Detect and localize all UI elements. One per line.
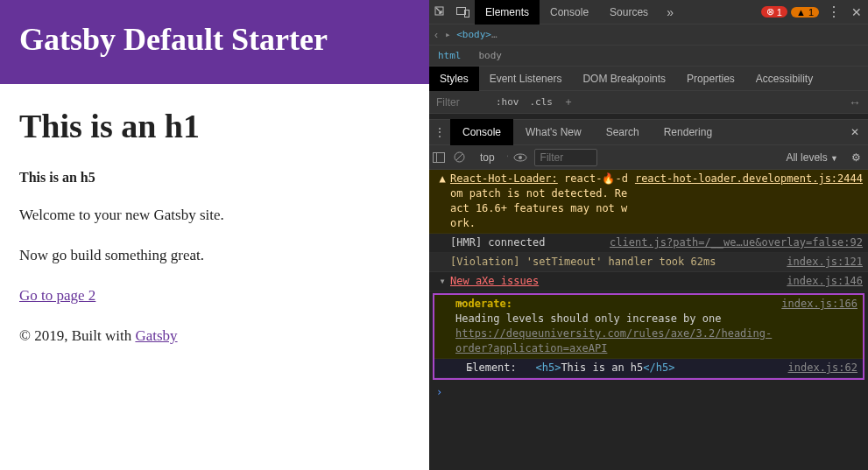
devtools-pane: Elements Console Sources » ⊗1 ▲1 ⋮ ✕ ‹ ▸… bbox=[429, 0, 868, 470]
drawer-tab-whats-new[interactable]: What's New bbox=[513, 119, 594, 145]
error-dot-icon: ⊗ bbox=[766, 6, 774, 18]
live-expression-icon[interactable] bbox=[513, 153, 531, 162]
drawer-tab-console[interactable]: Console bbox=[450, 119, 513, 145]
page-h1: This is an h1 bbox=[19, 107, 410, 145]
issue-description: Heading levels should only increase by o… bbox=[455, 312, 721, 325]
styles-subtabs: Styles Event Listeners DOM Breakpoints P… bbox=[429, 67, 868, 91]
source-link[interactable]: index.js:121 bbox=[787, 255, 863, 270]
console-prompt[interactable]: › bbox=[429, 383, 868, 402]
element-open-tag: <h5> bbox=[535, 361, 561, 374]
footer-link-gatsby[interactable]: Gatsby bbox=[135, 327, 177, 344]
axe-issue-group: ▾ moderate: Heading levels should only i… bbox=[433, 293, 864, 380]
element-close-tag: </h5> bbox=[643, 361, 674, 374]
page-footer: © 2019, Built with Gatsby bbox=[19, 327, 410, 345]
chevron-left-icon[interactable]: ‹ bbox=[434, 29, 438, 41]
source-link[interactable]: react-hot-loader.development.js:2444 bbox=[635, 172, 863, 186]
page-link-page2[interactable]: Go to page 2 bbox=[19, 287, 95, 304]
drawer-tabs: ⋮ Console What's New Search Rendering ✕ bbox=[429, 119, 868, 145]
device-toggle-icon[interactable] bbox=[454, 3, 473, 22]
element-inner-text: This is an h5 bbox=[561, 361, 643, 374]
console-row-violation[interactable]: [Violation] 'setTimeout' handler took 62… bbox=[429, 253, 868, 272]
elements-breadcrumb: ‹ ▸ <body>… bbox=[429, 25, 868, 46]
page-para-2: Now go build something great. bbox=[19, 247, 410, 264]
console-row-warning[interactable]: ▲ React-Hot-Loader: react-🔥-dom patch is… bbox=[429, 170, 868, 234]
console-row-axe-header[interactable]: ▾ New aXe issues index.js:146 bbox=[429, 272, 868, 291]
console-row-element[interactable]: ▸ Element: <h5>This is an h5</h5> index.… bbox=[434, 359, 863, 378]
page-h5: This is an h5 bbox=[19, 170, 410, 186]
console-sidebar-toggle-icon[interactable] bbox=[433, 152, 450, 163]
error-count-badge[interactable]: ⊗1 bbox=[761, 6, 787, 18]
site-title: Gatsby Default Starter bbox=[19, 21, 410, 58]
footer-text: © 2019, Built with bbox=[19, 327, 135, 344]
tab-sources[interactable]: Sources bbox=[599, 0, 659, 25]
warn-prefix: React-Hot-Loader: bbox=[450, 172, 558, 185]
clear-console-icon[interactable] bbox=[454, 151, 471, 163]
elements-path: html body bbox=[429, 46, 868, 67]
log-levels-selector[interactable]: All levels ▼ bbox=[786, 151, 838, 164]
subtab-accessibility[interactable]: Accessibility bbox=[745, 67, 823, 91]
warning-count-badge[interactable]: ▲1 bbox=[791, 7, 819, 18]
console-toolbar: top ▼ All levels ▼ ⚙ bbox=[429, 145, 868, 170]
path-html[interactable]: html bbox=[429, 47, 470, 65]
elements-collapsed-node[interactable]: ▸ <body>… bbox=[445, 29, 498, 40]
subtab-dom-breakpoints[interactable]: DOM Breakpoints bbox=[572, 67, 676, 91]
kebab-menu-icon[interactable]: ⋮ bbox=[824, 3, 843, 22]
violation-text: [Violation] 'setTimeout' handler took 62… bbox=[450, 255, 780, 270]
page-para-1: Welcome to your new Gatsby site. bbox=[19, 207, 410, 224]
drawer-menu-icon[interactable]: ⋮ bbox=[429, 126, 450, 138]
warning-count: 1 bbox=[808, 7, 814, 18]
source-link[interactable]: index.js:166 bbox=[781, 297, 857, 312]
path-body[interactable]: body bbox=[470, 47, 512, 65]
source-link[interactable]: index.js:62 bbox=[788, 361, 857, 375]
cls-toggle[interactable]: .cls bbox=[525, 96, 559, 108]
rendered-page: Gatsby Default Starter This is an h1 Thi… bbox=[0, 0, 429, 470]
subtab-event-listeners[interactable]: Event Listeners bbox=[479, 67, 573, 91]
styles-sidebar-toggle-icon[interactable]: ↔ bbox=[849, 95, 868, 109]
log-text: [HMR] connected bbox=[450, 235, 603, 250]
tab-elements[interactable]: Elements bbox=[475, 0, 540, 25]
source-link[interactable]: client.js?path=/__we…ue&overlay=false:92 bbox=[610, 235, 863, 250]
drawer-tab-search[interactable]: Search bbox=[594, 119, 652, 145]
tab-console[interactable]: Console bbox=[540, 0, 599, 25]
axe-header-text: New aXe issues bbox=[450, 274, 780, 289]
styles-filter-input[interactable] bbox=[429, 96, 490, 109]
warning-triangle-icon: ▲ bbox=[796, 7, 806, 18]
site-header: Gatsby Default Starter bbox=[0, 0, 429, 84]
rule-help-link[interactable]: https://dequeuniversity.com/rules/axe/3.… bbox=[455, 327, 772, 354]
subtab-properties[interactable]: Properties bbox=[676, 67, 745, 91]
drawer-close-icon[interactable]: ✕ bbox=[842, 126, 868, 138]
console-row-moderate[interactable]: ▾ moderate: Heading levels should only i… bbox=[434, 295, 863, 359]
svg-point-8 bbox=[519, 156, 522, 159]
context-selector[interactable]: top bbox=[475, 150, 507, 165]
more-tabs-icon[interactable]: » bbox=[660, 3, 680, 22]
warning-triangle-icon: ▲ bbox=[434, 172, 450, 231]
hov-toggle[interactable]: :hov bbox=[490, 96, 525, 108]
console-settings-icon[interactable]: ⚙ bbox=[847, 151, 864, 164]
console-output: ▲ React-Hot-Loader: react-🔥-dom patch is… bbox=[429, 170, 868, 402]
element-label: Element: bbox=[466, 361, 517, 374]
new-style-rule-icon[interactable]: ＋ bbox=[558, 95, 579, 109]
svg-line-6 bbox=[456, 154, 462, 160]
expand-arrow-icon[interactable]: ▾ bbox=[437, 274, 448, 289]
svg-rect-3 bbox=[434, 152, 445, 162]
error-count: 1 bbox=[777, 7, 782, 18]
console-filter-input[interactable] bbox=[534, 149, 597, 166]
drawer-tab-rendering[interactable]: Rendering bbox=[652, 119, 724, 145]
severity-label: moderate: bbox=[455, 298, 512, 310]
console-row-log[interactable]: [HMR] connected client.js?path=/__we…ue&… bbox=[429, 234, 868, 253]
page-content: This is an h1 This is an h5 Welcome to y… bbox=[0, 84, 429, 390]
styles-filter-bar: :hov .cls ＋ ↔ bbox=[429, 91, 868, 114]
devtools-top-toolbar: Elements Console Sources » ⊗1 ▲1 ⋮ ✕ bbox=[429, 0, 868, 25]
close-devtools-icon[interactable]: ✕ bbox=[847, 3, 866, 22]
subtab-styles[interactable]: Styles bbox=[429, 67, 479, 91]
inspect-icon[interactable] bbox=[431, 3, 450, 22]
source-link[interactable]: index.js:146 bbox=[787, 274, 863, 289]
